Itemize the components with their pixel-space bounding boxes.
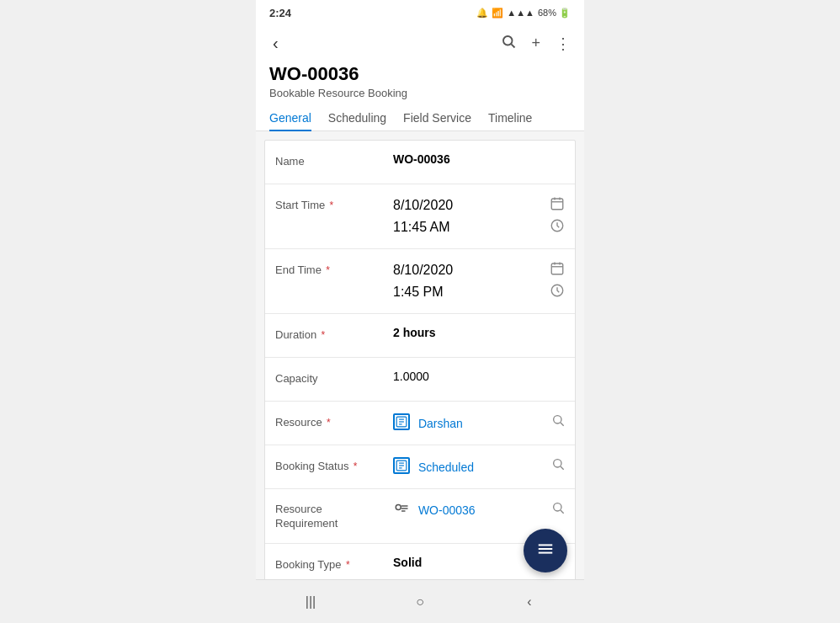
app-header: ‹ + ⋮: [256, 25, 584, 56]
svg-point-28: [554, 503, 561, 511]
label-name: Name: [275, 152, 393, 169]
resource-req-lookup-icon[interactable]: [551, 501, 565, 518]
field-capacity: Capacity 1.0000: [265, 358, 575, 402]
search-icon[interactable]: [501, 34, 516, 53]
start-date-row: 8/10/2020: [393, 196, 565, 215]
field-duration: Duration * 2 hours: [265, 314, 575, 358]
svg-rect-2: [551, 199, 563, 210]
main-content: Name WO-00036 Start Time * 8/10/2020: [256, 131, 584, 579]
svg-point-0: [503, 36, 513, 45]
label-capacity: Capacity: [275, 370, 393, 386]
resource-req-icon: [393, 502, 410, 515]
end-time-group: 8/10/2020 1:45 PM: [393, 261, 565, 301]
status-icons: 🔔 📶 ▲▲▲ 68% 🔋: [476, 8, 571, 19]
wifi-icon: 📶: [492, 8, 503, 19]
start-time-clock-icon[interactable]: [550, 218, 565, 237]
add-icon[interactable]: +: [531, 35, 540, 52]
svg-line-17: [561, 423, 564, 426]
fab-button[interactable]: [524, 529, 567, 572]
nav-home-button[interactable]: ○: [395, 585, 445, 619]
field-booking-status: Booking Status * Scheduled: [265, 445, 575, 489]
back-button[interactable]: ‹: [269, 30, 282, 56]
required-booking-type: *: [343, 559, 350, 571]
required-duration: *: [318, 329, 325, 341]
resource-type-icon: [393, 413, 410, 430]
alarm-icon: 🔔: [476, 8, 488, 19]
value-name: WO-00036: [393, 152, 565, 166]
nav-home-icon: ○: [416, 594, 424, 610]
title-section: WO-00036 Bookable Resource Booking: [256, 56, 584, 99]
field-start-time: Start Time * 8/10/2020: [265, 184, 575, 249]
resource-name[interactable]: Darshan: [418, 417, 463, 430]
signal-icon: ▲▲▲: [507, 8, 534, 18]
required-resource: *: [324, 417, 331, 429]
status-time: 2:24: [269, 7, 291, 19]
label-booking-type: Booking Type *: [275, 556, 393, 572]
svg-point-22: [554, 460, 561, 467]
svg-point-24: [396, 505, 401, 510]
phone-container: 2:24 🔔 📶 ▲▲▲ 68% 🔋 ‹ + ⋮ WO-00036 Bookab…: [256, 0, 584, 623]
resource-value: Darshan: [393, 413, 463, 430]
nav-bar: ||| ○ ‹: [256, 579, 584, 623]
start-date-calendar-icon[interactable]: [550, 196, 565, 215]
nav-back-icon: ‹: [527, 594, 531, 610]
page-subtitle: Bookable Resource Booking: [269, 87, 571, 99]
svg-point-16: [554, 416, 561, 423]
end-date-calendar-icon[interactable]: [550, 261, 565, 280]
resource-req-value: WO-00036: [393, 502, 476, 517]
end-date-value: 8/10/2020: [393, 263, 453, 278]
field-name: Name WO-00036: [265, 141, 575, 184]
tab-field-service[interactable]: Field Service: [403, 106, 471, 131]
status-bar: 2:24 🔔 📶 ▲▲▲ 68% 🔋: [256, 0, 584, 25]
header-actions: + ⋮: [501, 34, 571, 53]
resource-lookup-icon[interactable]: [551, 413, 565, 430]
resource-req-value-group: WO-00036: [393, 501, 565, 518]
page-title: WO-00036: [269, 63, 571, 85]
required-start: *: [327, 200, 333, 211]
booking-status-type-icon: [393, 457, 410, 474]
value-duration: 2 hours: [393, 326, 565, 339]
field-end-time: End Time * 8/10/2020: [265, 249, 575, 314]
tab-scheduling[interactable]: Scheduling: [328, 106, 386, 131]
svg-line-23: [561, 466, 564, 470]
form-card: Name WO-00036 Start Time * 8/10/2020: [264, 140, 576, 579]
battery-icon: 68% 🔋: [538, 8, 571, 19]
label-resource: Resource *: [275, 413, 393, 430]
end-time-clock-icon[interactable]: [550, 283, 565, 301]
end-time-value: 1:45 PM: [393, 285, 444, 300]
nav-menu-icon: |||: [306, 594, 316, 610]
start-date-value: 8/10/2020: [393, 198, 453, 213]
required-end: *: [323, 264, 330, 276]
resource-value-group: Darshan: [393, 413, 565, 430]
booking-status-value: Scheduled: [393, 457, 474, 474]
label-start-time: Start Time *: [275, 196, 393, 213]
label-end-time: End Time *: [275, 261, 393, 278]
booking-status-lookup-icon[interactable]: [551, 457, 565, 474]
nav-menu-button[interactable]: |||: [285, 585, 336, 619]
tabs: General Scheduling Field Service Timelin…: [256, 99, 584, 131]
start-time-value: 11:45 AM: [393, 220, 450, 235]
more-icon[interactable]: ⋮: [556, 35, 571, 53]
nav-back-button[interactable]: ‹: [504, 585, 555, 619]
required-booking-status: *: [350, 461, 357, 472]
value-capacity: 1.0000: [393, 370, 565, 383]
end-time-row: 1:45 PM: [393, 283, 565, 301]
label-duration: Duration *: [275, 326, 393, 343]
booking-status-value-group: Scheduled: [393, 457, 565, 474]
svg-rect-7: [551, 264, 563, 274]
start-time-group: 8/10/2020 11:45 AM: [393, 196, 565, 237]
tab-timeline[interactable]: Timeline: [488, 106, 532, 131]
start-time-row: 11:45 AM: [393, 218, 565, 237]
fab-menu-icon: [536, 540, 555, 562]
booking-status-name[interactable]: Scheduled: [418, 461, 474, 474]
label-booking-status: Booking Status *: [275, 457, 393, 474]
tab-general[interactable]: General: [269, 106, 311, 131]
field-resource: Resource * Darshan: [265, 402, 575, 445]
resource-req-name[interactable]: WO-00036: [418, 503, 476, 517]
svg-line-1: [512, 44, 515, 47]
end-date-row: 8/10/2020: [393, 261, 565, 280]
label-resource-requirement: ResourceRequirement: [275, 501, 393, 531]
svg-line-29: [561, 510, 564, 514]
